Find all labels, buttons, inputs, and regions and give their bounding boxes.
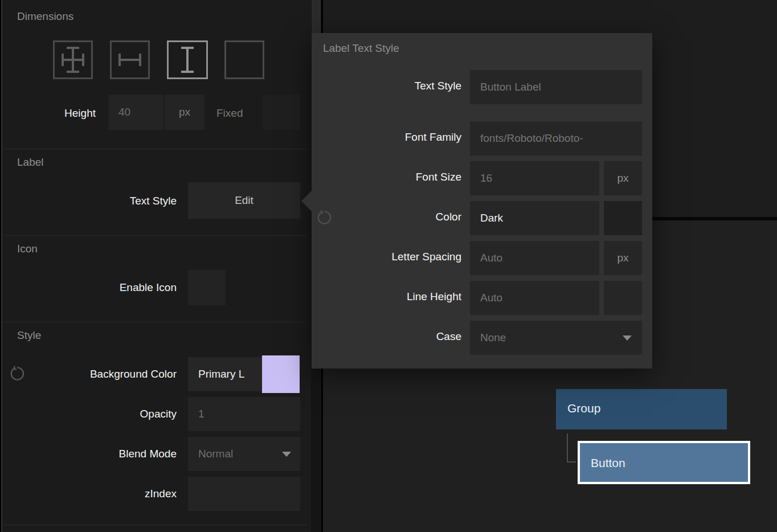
- zindex-label: zIndex: [34, 488, 177, 500]
- enable-icon-label: Enable Icon: [57, 281, 177, 294]
- popup-case-label: Case: [319, 330, 461, 343]
- tree-connector-vertical: [567, 433, 568, 463]
- edit-button[interactable]: Edit: [188, 182, 300, 219]
- popup-line-height-unit-button[interactable]: [604, 281, 642, 315]
- background-color-label: Background Color: [34, 368, 177, 380]
- resize-width-button[interactable]: [110, 40, 150, 79]
- popup-color-label: Color: [319, 211, 461, 223]
- group-node-label: Group: [567, 402, 600, 415]
- popup-case-select[interactable]: None: [470, 321, 642, 355]
- reset-background-color-button[interactable]: [9, 366, 25, 382]
- popup-font-size-label: Font Size: [319, 171, 461, 183]
- popup-title: Label Text Style: [323, 42, 399, 55]
- blend-mode-label: Blend Mode: [34, 448, 177, 460]
- icon-section-title: Icon: [17, 243, 38, 255]
- resize-width-icon: [118, 46, 142, 73]
- popup-text-style-label: Text Style: [319, 80, 461, 92]
- tree-connector-horizontal: [567, 461, 576, 463]
- chevron-down-icon: [282, 452, 291, 457]
- fixed-label: Fixed: [216, 107, 243, 120]
- section-divider: [5, 322, 306, 322]
- popup-color-value[interactable]: Dark: [470, 201, 599, 235]
- popup-text-style-input[interactable]: Button Label: [470, 70, 642, 104]
- properties-panel: Dimensions Height 40 px Fixed Label Text…: [0, 0, 311, 532]
- popup-font-family-input[interactable]: fonts/Roboto/Roboto-: [470, 121, 642, 155]
- chevron-down-icon: [623, 335, 632, 341]
- group-node[interactable]: Group: [556, 389, 727, 429]
- popup-letter-spacing-unit-button[interactable]: px: [604, 241, 642, 275]
- resize-height-icon: [175, 46, 199, 73]
- style-section-title: Style: [17, 329, 41, 342]
- height-label: Height: [11, 107, 96, 120]
- popup-font-size-unit-button[interactable]: px: [604, 161, 642, 195]
- opacity-input[interactable]: 1: [188, 397, 300, 431]
- popup-font-family-label: Font Family: [319, 131, 461, 144]
- blend-mode-select[interactable]: Normal: [188, 437, 300, 471]
- text-color-swatch[interactable]: [604, 201, 642, 235]
- zindex-input[interactable]: [188, 477, 300, 511]
- rotate-ccw-icon: [9, 366, 25, 382]
- opacity-label: Opacity: [34, 408, 177, 420]
- popup-letter-spacing-input[interactable]: Auto: [470, 241, 599, 275]
- height-input[interactable]: 40: [108, 95, 163, 130]
- popup-letter-spacing-label: Letter Spacing: [319, 251, 461, 263]
- popup-pointer: [301, 190, 312, 212]
- section-divider: [5, 525, 306, 525]
- section-divider: [5, 149, 306, 149]
- resize-both-icon: [61, 46, 85, 73]
- label-text-style-popup: Label Text Style Text Style Button Label…: [312, 33, 652, 369]
- resize-none-button[interactable]: [224, 40, 264, 79]
- dimensions-section-title: Dimensions: [17, 10, 73, 23]
- button-node[interactable]: Button: [578, 441, 750, 484]
- popup-font-size-input[interactable]: 16: [470, 161, 599, 195]
- enable-icon-checkbox[interactable]: [188, 270, 226, 305]
- label-section-title: Label: [17, 156, 44, 169]
- resize-both-button[interactable]: [53, 40, 93, 79]
- height-unit-button[interactable]: px: [165, 95, 205, 130]
- button-node-label: Button: [591, 456, 625, 470]
- section-divider: [5, 235, 306, 236]
- popup-line-height-input[interactable]: Auto: [470, 281, 599, 315]
- background-color-swatch[interactable]: [262, 355, 300, 393]
- popup-line-height-label: Line Height: [319, 290, 461, 303]
- text-style-label: Text Style: [57, 195, 177, 207]
- background-color-value[interactable]: Primary L: [188, 357, 262, 391]
- resize-none-icon: [232, 46, 256, 73]
- fixed-checkbox[interactable]: [263, 95, 300, 130]
- panel-left-edge-highlight: [1, 0, 2, 532]
- resize-height-button[interactable]: [167, 40, 208, 79]
